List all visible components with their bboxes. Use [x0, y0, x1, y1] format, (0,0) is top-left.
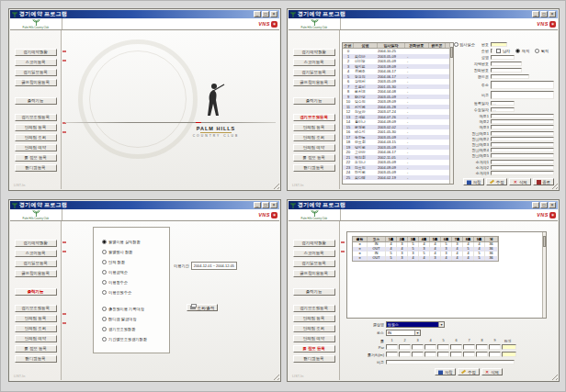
sidebar-item[interactable]: 핸디캡등록 [293, 355, 335, 363]
par-field[interactable] [424, 344, 436, 350]
sidebar-item[interactable]: 홀 정보 등록 [293, 154, 335, 162]
sidebar-item[interactable]: 스코어등록 [293, 59, 335, 66]
sidebar-item[interactable]: 단체팀 등록 [15, 315, 57, 322]
minimize-icon[interactable] [532, 11, 539, 17]
memo2-field[interactable] [491, 119, 554, 124]
sidebar-item[interactable]: 홀 정보 등록 [15, 345, 57, 353]
column-header[interactable]: 2홀 [397, 237, 408, 241]
maximize-icon[interactable] [262, 202, 269, 208]
note-field[interactable] [386, 360, 515, 364]
cmemo4-field[interactable] [491, 148, 554, 152]
sidebar-item[interactable]: 경기예약현황 [15, 49, 57, 56]
report-radio-option[interactable]: 기간별보조원경기현황 [102, 334, 169, 344]
home-phone-field[interactable] [491, 62, 522, 66]
par-field[interactable] [476, 344, 488, 350]
delete-button[interactable]: 삭제 [481, 368, 503, 375]
title-bar[interactable]: 경기예약 프로그램 [289, 201, 558, 209]
sidebar-item[interactable]: 출력기능 [15, 97, 57, 105]
work-radio[interactable]: 재직 [515, 49, 529, 53]
report-radio-option[interactable]: 이용횟수순 [102, 277, 169, 287]
address-field[interactable] [491, 81, 554, 89]
column-header[interactable]: 4홀 [419, 237, 430, 241]
edit-button[interactable]: 수정 [486, 178, 507, 185]
intro1-field[interactable] [491, 160, 554, 164]
par-field[interactable] [412, 344, 424, 350]
sidebar-item[interactable]: 출력기능 [15, 288, 57, 296]
radio-icon[interactable] [102, 317, 107, 321]
sidebar-item[interactable]: 단체팀 조회 [293, 134, 335, 141]
sidebar-item[interactable]: 단체팀 예약 [293, 335, 335, 342]
scrollbar-thumb[interactable] [450, 47, 453, 58]
sidebar-item[interactable]: 경기일보등록 [293, 69, 335, 76]
sidebar-item[interactable]: 경기일보등록 [15, 69, 57, 76]
radio-icon[interactable] [535, 49, 539, 53]
sidebar-item[interactable]: 경기예약현황 [293, 240, 335, 247]
close-icon[interactable] [549, 11, 556, 17]
radio-icon[interactable] [102, 307, 107, 311]
minimize-icon[interactable] [254, 202, 261, 208]
sidebar-item[interactable]: 단체팀 등록 [293, 124, 335, 131]
radio-icon[interactable] [102, 240, 107, 244]
title-bar[interactable]: 경기예약 프로그램 [289, 10, 558, 18]
reg-date-field[interactable]: - - [491, 101, 515, 106]
distance-field[interactable] [450, 352, 462, 357]
sidebar-item[interactable]: 스코어등록 [15, 250, 57, 257]
report-radio-option[interactable]: 이용금액순 [102, 267, 169, 277]
column-header[interactable]: 9홀 [474, 237, 485, 241]
distance-field[interactable] [386, 352, 398, 357]
distance-field[interactable] [437, 352, 449, 357]
cmemo5-field[interactable] [491, 153, 554, 158]
delete-button[interactable]: 삭제 [509, 178, 530, 185]
intro3-field[interactable] [491, 171, 554, 175]
distance-field[interactable] [399, 352, 411, 357]
table-row[interactable]: ■ OUT 5 3 4 4 3 4 4 4 [353, 256, 498, 261]
column-header[interactable]: 순번 [343, 43, 354, 48]
column-header[interactable]: 1홀 [386, 237, 397, 241]
sidebar-item[interactable]: 골프장이용등록 [293, 79, 335, 86]
male-checkbox[interactable]: 남자 [496, 49, 510, 53]
no-field[interactable] [491, 42, 507, 47]
column-header[interactable]: 입사일자 [378, 43, 405, 48]
minimize-icon[interactable] [532, 202, 539, 208]
radio-icon[interactable] [102, 260, 107, 264]
radio-icon[interactable] [102, 290, 107, 295]
cmemo1-field[interactable] [491, 131, 554, 136]
column-header[interactable]: 7홀 [452, 237, 463, 241]
sidebar-item[interactable]: 골프장이용등록 [15, 270, 57, 277]
distance-field[interactable] [424, 352, 436, 357]
checkbox-icon[interactable] [496, 49, 501, 53]
table-scrollbar[interactable] [449, 43, 453, 184]
phone-field[interactable] [491, 68, 522, 73]
sidebar-item[interactable]: 경기보조원등록 [293, 305, 335, 312]
report-radio-option[interactable]: 단체 현황 [102, 257, 169, 267]
maximize-icon[interactable] [540, 11, 548, 17]
save-button[interactable]: 저장 [435, 368, 456, 375]
column-header[interactable]: 핸드폰 [429, 43, 446, 48]
sidebar-item[interactable]: 핸디캡등록 [15, 164, 57, 172]
sidebar-item[interactable]: 경기예약현황 [15, 240, 57, 247]
sidebar-item[interactable]: 단체팀 등록 [15, 124, 57, 131]
chevron-down-icon[interactable]: ▾ [438, 322, 444, 327]
par-field[interactable] [489, 344, 501, 350]
report-radio-option[interactable]: 월별이용 실적현황 [102, 237, 169, 247]
distance-field[interactable] [489, 352, 501, 357]
print-run-button[interactable]: 조회/출력 [187, 304, 218, 311]
intro2-field[interactable] [491, 165, 554, 170]
radio-icon[interactable] [102, 250, 107, 254]
report-radio-option[interactable]: 출전원이용 기록대장 [102, 304, 169, 314]
sidebar-item[interactable]: 홀 정보 등록 [15, 154, 57, 162]
radio-icon[interactable] [102, 327, 107, 331]
report-radio-option[interactable]: 경기보조원현황 [102, 324, 169, 334]
sidebar-item[interactable]: 경기보조원등록 [15, 114, 57, 121]
sidebar-item[interactable]: 단체팀 예약 [293, 144, 335, 151]
column-header[interactable]: 8홀 [463, 237, 474, 241]
report-radio-option[interactable]: 핸디캡 발급대장 [102, 314, 169, 324]
save-button[interactable]: 저장 [463, 178, 484, 185]
radio-icon[interactable] [102, 270, 107, 274]
sidebar-item[interactable]: 출력기능 [293, 288, 335, 296]
close-icon[interactable] [549, 202, 556, 208]
radio-icon[interactable] [515, 49, 520, 53]
sidebar-item[interactable]: 단체팀 조회 [15, 134, 57, 141]
sidebar-item[interactable]: 스코어등록 [293, 250, 335, 257]
radio-icon[interactable] [102, 280, 107, 285]
